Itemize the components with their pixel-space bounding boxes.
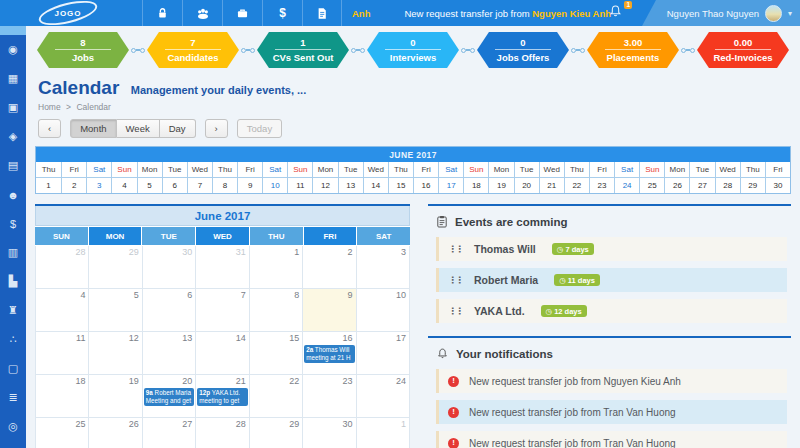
organization-icon[interactable]: ♜ (0, 296, 26, 325)
documents-icon[interactable]: ▢ (0, 354, 26, 383)
calendar-event[interactable]: 9a Robert Maria Meeting and get (144, 388, 194, 406)
language-label[interactable]: Anh (352, 8, 370, 19)
dashboard-icon[interactable]: ◉ (0, 35, 26, 64)
day-cell-5[interactable]: 5 (89, 289, 142, 332)
strip-day-17[interactable]: Sat17 (438, 162, 463, 193)
strip-day-10[interactable]: Sat10 (262, 162, 287, 193)
view-month-button[interactable]: Month (70, 119, 116, 138)
event-list-item[interactable]: ⋮⋮Robert Maria◷ 11 days (436, 268, 787, 292)
drag-handle-icon[interactable]: ⋮⋮ (448, 244, 462, 254)
day-cell-21[interactable]: 2112p YAKA Ltd. meeting to get re (196, 375, 249, 418)
drag-handle-icon[interactable]: ⋮⋮ (448, 275, 462, 285)
dollar-icon[interactable]: $ (262, 0, 302, 26)
day-cell-11[interactable]: 11 (36, 332, 89, 375)
finance-icon[interactable]: $ (0, 209, 26, 238)
pipeline-stage-placements[interactable]: 3.00Placements (587, 32, 679, 68)
day-cell-3[interactable]: 3 (357, 246, 410, 289)
strip-day-22[interactable]: Thu22 (564, 162, 589, 193)
day-cell-27[interactable]: 27 (143, 418, 196, 448)
strip-day-11[interactable]: Sun11 (287, 162, 312, 193)
strip-day-18[interactable]: Sun18 (463, 162, 488, 193)
event-list-item[interactable]: ⋮⋮Thomas Will◷ 7 days (436, 237, 787, 261)
day-cell-19[interactable]: 19 (89, 375, 142, 418)
strip-day-13[interactable]: Tue13 (338, 162, 363, 193)
day-cell-31[interactable]: 31 (196, 246, 249, 289)
view-day-button[interactable]: Day (160, 119, 196, 138)
calendar-event[interactable]: 2a Thomas Will meeting at 21 H (304, 345, 354, 363)
drag-handle-icon[interactable]: ⋮⋮ (448, 306, 462, 316)
day-cell-28[interactable]: 28 (36, 246, 89, 289)
pipeline-stage-cvs-sent-out[interactable]: 1CVs Sent Out (257, 32, 349, 68)
strip-day-15[interactable]: Thu15 (388, 162, 413, 193)
strip-day-12[interactable]: Mon12 (312, 162, 337, 193)
prev-button[interactable]: ‹ (38, 119, 61, 138)
today-button[interactable]: Today (237, 119, 282, 138)
strip-day-2[interactable]: Fri2 (61, 162, 86, 193)
day-cell-22[interactable]: 22 (250, 375, 303, 418)
day-cell-7[interactable]: 7 (196, 289, 249, 332)
lock-icon[interactable] (142, 0, 182, 26)
event-list-item[interactable]: ⋮⋮YAKA Ltd.◷ 12 days (436, 299, 787, 323)
day-cell-29[interactable]: 29 (89, 246, 142, 289)
breadcrumb-home[interactable]: Home (38, 102, 61, 112)
team-icon[interactable] (182, 0, 222, 26)
strip-day-5[interactable]: Mon5 (137, 162, 162, 193)
day-cell-8[interactable]: 8 (250, 289, 303, 332)
day-cell-30[interactable]: 30 (143, 246, 196, 289)
day-cell-28[interactable]: 28 (196, 418, 249, 448)
strip-day-25[interactable]: Sun25 (639, 162, 664, 193)
day-cell-18[interactable]: 18 (36, 375, 89, 418)
strip-day-21[interactable]: Wed21 (539, 162, 564, 193)
strip-day-9[interactable]: Fri9 (237, 162, 262, 193)
day-cell-6[interactable]: 6 (143, 289, 196, 332)
strip-day-20[interactable]: Tue20 (514, 162, 539, 193)
network-icon[interactable]: ∴ (0, 325, 26, 354)
pipeline-stage-red-invoices[interactable]: 0.00Red-Invoices (697, 32, 789, 68)
invoices-icon[interactable]: ▥ (0, 238, 26, 267)
user-menu[interactable]: Nguyen Thao Nguyen ▾ (642, 0, 800, 26)
day-cell-1[interactable]: 1 (250, 246, 303, 289)
day-cell-15[interactable]: 15 (250, 332, 303, 375)
day-cell-2[interactable]: 2 (303, 246, 356, 289)
help-icon[interactable]: ◎ (0, 412, 26, 441)
day-cell-23[interactable]: 23 (303, 375, 356, 418)
strip-day-26[interactable]: Mon26 (664, 162, 689, 193)
day-cell-4[interactable]: 4 (36, 289, 89, 332)
day-cell-29[interactable]: 29 (250, 418, 303, 448)
strip-day-19[interactable]: Mon19 (488, 162, 513, 193)
id-card-icon[interactable]: ▤ (0, 151, 26, 180)
pipeline-stage-interviews[interactable]: 0Interviews (367, 32, 459, 68)
strip-day-16[interactable]: Fri16 (413, 162, 438, 193)
pipeline-stage-jobs-offers[interactable]: 0Jobs Offers (477, 32, 569, 68)
strip-day-1[interactable]: Thu1 (36, 162, 61, 193)
view-week-button[interactable]: Week (117, 119, 160, 138)
strip-day-24[interactable]: Sat24 (614, 162, 639, 193)
strip-day-29[interactable]: Thu29 (740, 162, 765, 193)
strip-day-8[interactable]: Thu8 (212, 162, 237, 193)
day-cell-26[interactable]: 26 (89, 418, 142, 448)
strip-day-6[interactable]: Tue6 (162, 162, 187, 193)
day-cell-20[interactable]: 209a Robert Maria Meeting and get (143, 375, 196, 418)
database-icon[interactable]: ≣ (0, 383, 26, 412)
strip-day-14[interactable]: Wed14 (363, 162, 388, 193)
strip-day-23[interactable]: Fri23 (589, 162, 614, 193)
day-cell-9[interactable]: 9 (303, 289, 356, 332)
day-cell-30[interactable]: 30 (303, 418, 356, 448)
strip-day-4[interactable]: Sun4 (111, 162, 136, 193)
calendar-icon[interactable]: ▦ (0, 64, 26, 93)
notifications-bell[interactable]: 1 (608, 4, 628, 22)
candidates-icon[interactable]: ☻ (0, 180, 26, 209)
notification-item[interactable]: !New request transfer job from Nguyen Ki… (436, 369, 787, 393)
strip-day-30[interactable]: Fri30 (765, 162, 790, 193)
next-button[interactable]: › (205, 119, 228, 138)
strip-day-28[interactable]: Wed28 (715, 162, 740, 193)
day-cell-16[interactable]: 162a Thomas Will meeting at 21 H (303, 332, 356, 375)
pipeline-stage-jobs[interactable]: 8Jobs (37, 32, 129, 68)
day-cell-10[interactable]: 10 (357, 289, 410, 332)
strip-day-7[interactable]: Wed7 (187, 162, 212, 193)
notification-item[interactable]: !New request transfer job from Tran Van … (436, 400, 787, 424)
security-icon[interactable]: ◈ (0, 122, 26, 151)
calendar-event[interactable]: 12p YAKA Ltd. meeting to get re (197, 388, 247, 406)
document-icon[interactable] (302, 0, 342, 26)
strip-day-27[interactable]: Tue27 (689, 162, 714, 193)
